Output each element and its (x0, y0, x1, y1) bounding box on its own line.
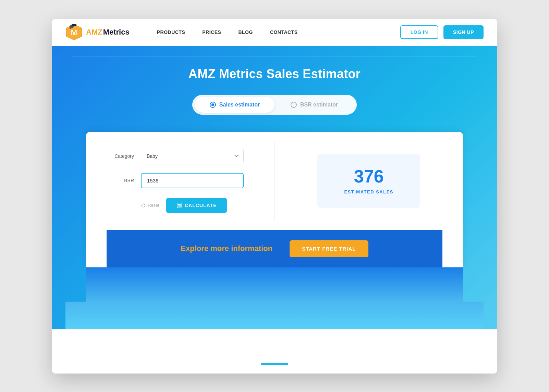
nav-buttons: LOG IN SIGN UP (400, 25, 484, 39)
below-hero (52, 329, 497, 374)
toggle-pill: Sales estimator BSR estimator (192, 95, 357, 115)
svg-rect-4 (72, 24, 76, 26)
calc-inputs: Category Baby Books Electronics Clothing… (86, 132, 274, 230)
hero-title: AMZ Metrics Sales Estimator (65, 67, 484, 81)
svg-rect-6 (178, 204, 181, 205)
logo-text: AMZ Metrics (86, 28, 130, 37)
logo-metrics: Metrics (103, 28, 130, 37)
start-trial-button[interactable]: START FREE TRIAL (290, 240, 368, 257)
toggle-bsr-estimator[interactable]: BSR estimator (274, 97, 354, 113)
category-field: Category Baby Books Electronics Clothing… (107, 149, 254, 163)
hero-section: AMZ Metrics Sales Estimator Sales estima… (52, 46, 497, 329)
nav-contacts[interactable]: CONTACTS (270, 29, 298, 35)
nav-prices[interactable]: PRICES (202, 29, 221, 35)
svg-rect-8 (179, 205, 180, 206)
radio-sales-icon (210, 102, 216, 108)
svg-rect-10 (178, 206, 179, 207)
result-label: ESTIMATED SALES (338, 189, 400, 194)
hero-bottom-spacer (86, 267, 463, 302)
cta-banner: Explore more information START FREE TRIA… (107, 230, 442, 267)
cta-text: Explore more information (181, 244, 272, 253)
calc-body: Category Baby Books Electronics Clothing… (86, 132, 463, 230)
svg-rect-9 (180, 205, 181, 206)
category-select[interactable]: Baby Books Electronics Clothing Sports (141, 149, 244, 163)
category-label: Category (107, 153, 134, 159)
calculator-icon (176, 203, 182, 208)
browser-window: M AMZ Metrics PRODUCTS PRICES BLOG CONTA… (52, 19, 497, 374)
toggle-sales-label: Sales estimator (219, 102, 260, 108)
hero-gradient-fade (65, 302, 484, 329)
svg-text:M: M (71, 28, 77, 37)
nav-links: PRODUCTS PRICES BLOG CONTACTS (157, 29, 400, 35)
result-number: 376 (338, 167, 400, 185)
logo-amz: AMZ (86, 28, 102, 37)
bsr-label: BSR (107, 178, 134, 183)
calculator-card: Category Baby Books Electronics Clothing… (86, 132, 463, 267)
toggle-bsr-label: BSR estimator (300, 102, 338, 108)
bsr-field: BSR (107, 173, 254, 188)
login-button[interactable]: LOG IN (400, 25, 438, 39)
calc-actions: Reset (107, 198, 254, 213)
reset-icon (141, 203, 146, 208)
bsr-input[interactable] (141, 173, 244, 188)
radio-bsr-icon (291, 102, 297, 108)
reset-button[interactable]: Reset (141, 203, 159, 208)
calculate-label: CALCULATE (185, 203, 217, 208)
scroll-indicator (261, 363, 288, 365)
logo[interactable]: M AMZ Metrics (65, 24, 130, 41)
estimator-toggle: Sales estimator BSR estimator (65, 95, 484, 115)
navbar: M AMZ Metrics PRODUCTS PRICES BLOG CONTA… (52, 19, 497, 46)
calculate-button[interactable]: CALCULATE (166, 198, 227, 213)
svg-rect-12 (180, 206, 181, 207)
nav-blog[interactable]: BLOG (238, 29, 253, 35)
result-box: 376 ESTIMATED SALES (317, 154, 420, 208)
reset-label: Reset (148, 203, 159, 208)
toggle-sales-estimator[interactable]: Sales estimator (195, 97, 274, 113)
nav-products[interactable]: PRODUCTS (157, 29, 185, 35)
calc-result: 376 ESTIMATED SALES (275, 132, 463, 230)
svg-rect-7 (178, 205, 179, 206)
svg-rect-11 (179, 206, 180, 207)
signup-button[interactable]: SIGN UP (443, 25, 484, 39)
logo-icon: M (65, 24, 83, 41)
